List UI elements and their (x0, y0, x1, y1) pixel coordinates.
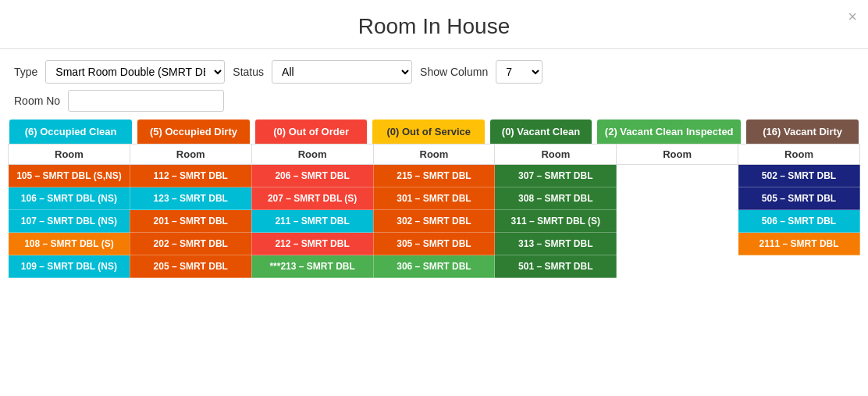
legend-vacant-clean: (0) Vacant Clean (490, 120, 592, 144)
table-cell (617, 165, 738, 187)
col-header-out-service: Room (373, 144, 495, 165)
table-cell: 212 – SMRT DBL (251, 233, 373, 255)
table-cell: 107 – SMRT DBL (NS) (9, 210, 130, 233)
table-cell (617, 233, 738, 255)
table-cell: 112 – SMRT DBL (130, 165, 251, 187)
table-cell: 302 – SMRT DBL (373, 210, 495, 233)
type-select[interactable]: Smart Room Double (SMRT DBL) All (45, 60, 225, 84)
table-cell: 201 – SMRT DBL (130, 210, 251, 233)
close-button[interactable]: × (848, 8, 857, 26)
table-cell (617, 210, 738, 233)
col-header-occ-dirty: Room (130, 144, 251, 165)
table-cell: 123 – SMRT DBL (130, 187, 251, 210)
table-cell: 211 – SMRT DBL (251, 210, 373, 233)
table-cell: 306 – SMRT DBL (373, 255, 495, 278)
status-select[interactable]: All Occupied Clean Occupied Dirty Out of… (272, 60, 412, 84)
table-cell: 505 – SMRT DBL (738, 187, 860, 210)
table-cell: 301 – SMRT DBL (373, 187, 495, 210)
table-cell: 106 – SMRT DBL (NS) (9, 187, 130, 210)
table-row: 105 – SMRT DBL (S,NS)112 – SMRT DBL206 –… (9, 165, 860, 187)
table-cell: 308 – SMRT DBL (495, 187, 617, 210)
table-row: 106 – SMRT DBL (NS)123 – SMRT DBL207 – S… (9, 187, 860, 210)
controls-bar: Type Smart Room Double (SMRT DBL) All St… (0, 49, 868, 90)
table-cell: 2111 – SMRT DBL (738, 233, 860, 255)
table-cell: 206 – SMRT DBL (251, 165, 373, 187)
table-cell: 207 – SMRT DBL (S) (251, 187, 373, 210)
table-cell: 109 – SMRT DBL (NS) (9, 255, 130, 278)
col-header-vacant-dirty: Room (738, 144, 860, 165)
room-no-label: Room No (14, 95, 60, 107)
table-cell: 502 – SMRT DBL (738, 165, 860, 187)
table-cell (738, 255, 860, 278)
table-cell: 305 – SMRT DBL (373, 233, 495, 255)
table-cell: 205 – SMRT DBL (130, 255, 251, 278)
table-cell: 311 – SMRT DBL (S) (495, 210, 617, 233)
legend-occ-clean: (6) Occupied Clean (9, 120, 132, 144)
table-cell: ***213 – SMRT DBL (251, 255, 373, 278)
table-cell: 105 – SMRT DBL (S,NS) (9, 165, 130, 187)
col-header-vacant-clean-insp: Room (617, 144, 738, 165)
table-cell: 307 – SMRT DBL (495, 165, 617, 187)
status-label: Status (233, 66, 264, 78)
type-label: Type (14, 66, 37, 78)
room-table: Room Room Room Room Room Room Room 105 –… (8, 144, 860, 278)
room-no-input[interactable] (68, 90, 224, 112)
page-title: Room In House (0, 0, 868, 49)
table-cell (617, 255, 738, 278)
table-cell: 202 – SMRT DBL (130, 233, 251, 255)
legend-vacant-clean-insp: (2) Vacant Clean Inspected (597, 120, 741, 144)
table-row: 109 – SMRT DBL (NS)205 – SMRT DBL***213 … (9, 255, 860, 278)
table-cell: 313 – SMRT DBL (495, 233, 617, 255)
col-header-occ-clean: Room (9, 144, 130, 165)
legend-out-service: (0) Out of Service (372, 120, 485, 144)
show-column-select[interactable]: 7 5 6 8 (496, 60, 542, 84)
table-cell: 501 – SMRT DBL (495, 255, 617, 278)
table-row: 107 – SMRT DBL (NS)201 – SMRT DBL211 – S… (9, 210, 860, 233)
legend-vacant-dirty: (16) Vacant Dirty (746, 120, 859, 144)
legend-occ-dirty: (5) Occupied Dirty (137, 120, 250, 144)
col-header-vacant-clean: Room (495, 144, 617, 165)
table-cell: 108 – SMRT DBL (S) (9, 233, 130, 255)
show-column-label: Show Column (420, 66, 488, 78)
table-cell (617, 187, 738, 210)
room-no-row: Room No (0, 90, 868, 120)
table-cell: 215 – SMRT DBL (373, 165, 495, 187)
col-header-out-order: Room (251, 144, 373, 165)
legend-out-order: (0) Out of Order (255, 120, 368, 144)
table-cell: 506 – SMRT DBL (738, 210, 860, 233)
table-row: 108 – SMRT DBL (S)202 – SMRT DBL212 – SM… (9, 233, 860, 255)
